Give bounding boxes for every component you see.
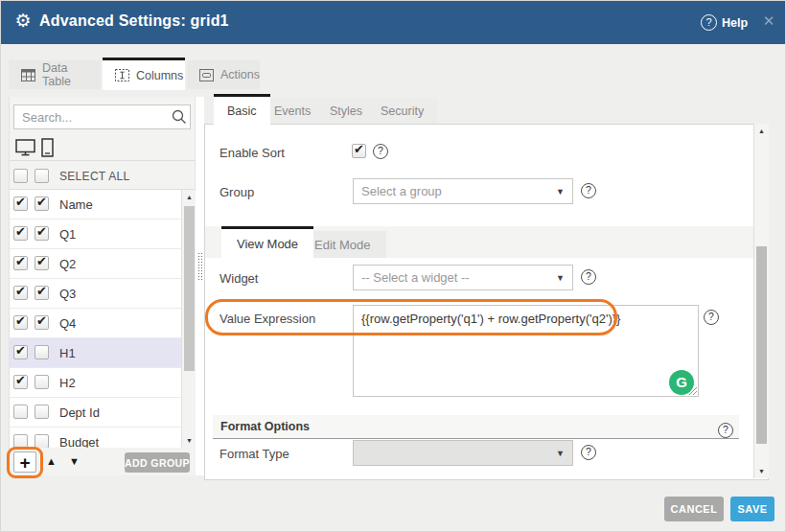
select-all-row[interactable]: SELECT ALL	[10, 162, 196, 190]
column-row-q4[interactable]: Q4	[10, 309, 196, 338]
mobile-checkbox[interactable]	[35, 345, 49, 359]
widget-select-value: -- Select a widget --	[361, 270, 470, 285]
column-label: Name	[59, 197, 93, 212]
select-all-desktop-checkbox[interactable]	[13, 169, 28, 183]
scroll-down-icon[interactable]	[182, 437, 196, 444]
group-help-icon[interactable]	[581, 183, 596, 198]
column-label: Q2	[59, 257, 76, 271]
desktop-checkbox[interactable]	[13, 434, 28, 448]
sidebar-scrollbar[interactable]	[181, 190, 196, 448]
help-label: Help	[722, 16, 748, 30]
group-select[interactable]: Select a group	[353, 178, 573, 204]
tab-actions[interactable]: Actions	[187, 60, 260, 89]
select-all-mobile-checkbox[interactable]	[35, 169, 49, 183]
desktop-checkbox[interactable]	[13, 345, 28, 359]
column-row-dept-id[interactable]: Dept Id	[10, 398, 196, 428]
scroll-down-icon[interactable]	[754, 468, 769, 474]
format-type-select[interactable]	[353, 440, 573, 466]
search-input[interactable]	[13, 104, 191, 129]
widget-select[interactable]: -- Select a widget --	[353, 265, 573, 290]
column-label: Q3	[59, 287, 76, 301]
move-up-button[interactable]	[46, 455, 57, 467]
tab-label: Edit Mode	[314, 238, 371, 252]
panel-splitter[interactable]	[196, 97, 204, 475]
tab-label: Security	[381, 104, 424, 118]
widget-help-icon[interactable]	[581, 269, 596, 285]
column-label: Dept Id	[59, 405, 100, 420]
tab-basic[interactable]: Basic	[214, 94, 270, 125]
panel-scrollbar[interactable]	[753, 124, 769, 478]
column-row-q2[interactable]: Q2	[10, 249, 196, 279]
value-expression-label: Value Expression	[220, 312, 315, 326]
advanced-settings-dialog: Advanced Settings: grid1 Help Data Table…	[0, 0, 786, 532]
mobile-checkbox[interactable]	[35, 375, 49, 389]
mobile-checkbox[interactable]	[35, 315, 49, 330]
save-button[interactable]: SAVE	[730, 497, 774, 521]
tab-events[interactable]: Events	[261, 98, 324, 124]
desktop-icon[interactable]	[15, 139, 35, 156]
tab-columns[interactable]: Columns	[103, 58, 185, 90]
widget-label: Widget	[220, 271, 258, 286]
table-icon	[21, 69, 35, 81]
mobile-checkbox[interactable]	[35, 286, 49, 300]
desktop-checkbox[interactable]	[13, 315, 28, 330]
grammarly-icon[interactable]	[669, 370, 694, 395]
move-down-button[interactable]	[69, 455, 80, 467]
mobile-checkbox[interactable]	[35, 405, 49, 419]
enable-sort-checkbox[interactable]	[352, 144, 366, 158]
sidebar-footer: ADD GROUP	[10, 448, 196, 475]
scroll-up-icon[interactable]	[182, 194, 196, 200]
scroll-up-icon[interactable]	[754, 127, 769, 134]
chevron-down-icon	[556, 449, 565, 458]
columns-icon	[115, 69, 129, 81]
scrollbar-thumb[interactable]	[184, 206, 195, 371]
drag-grip-icon	[197, 252, 203, 281]
column-list: NameQ1Q2Q3Q4H1H2Dept IdBudget	[10, 190, 196, 448]
column-label: H1	[59, 346, 76, 360]
actions-icon	[199, 69, 214, 81]
chevron-down-icon	[556, 187, 565, 197]
column-row-name[interactable]: Name	[10, 190, 196, 220]
column-label: Q1	[59, 227, 76, 242]
add-group-button[interactable]: ADD GROUP	[125, 452, 190, 473]
desktop-checkbox[interactable]	[13, 197, 28, 211]
desktop-checkbox[interactable]	[13, 286, 28, 300]
tab-security[interactable]: Security	[367, 98, 437, 124]
enable-sort-label: Enable Sort	[220, 146, 285, 160]
mobile-checkbox[interactable]	[35, 256, 49, 270]
search-icon[interactable]	[171, 108, 188, 126]
format-options-title: Format Options	[220, 420, 310, 433]
column-row-h2[interactable]: H2	[10, 368, 196, 398]
dialog-titlebar: Advanced Settings: grid1 Help	[1, 1, 786, 44]
scrollbar-thumb[interactable]	[756, 246, 767, 444]
column-row-h1[interactable]: H1	[10, 338, 196, 368]
mobile-checkbox[interactable]	[35, 434, 49, 448]
help-button[interactable]: Help	[701, 13, 748, 33]
gear-icon	[12, 11, 34, 32]
desktop-checkbox[interactable]	[13, 256, 28, 270]
column-row-q1[interactable]: Q1	[10, 220, 196, 249]
tab-label: Events	[274, 104, 311, 118]
tab-view-mode[interactable]: View Mode	[221, 226, 313, 259]
tab-label: View Mode	[237, 237, 298, 251]
column-row-q3[interactable]: Q3	[10, 279, 196, 309]
tab-label: Basic	[227, 104, 257, 118]
mobile-icon[interactable]	[41, 138, 54, 157]
add-column-button[interactable]	[13, 451, 36, 473]
format-type-help-icon[interactable]	[581, 445, 596, 460]
tab-data-table[interactable]: Data Table	[9, 60, 101, 89]
cancel-button[interactable]: CANCEL	[664, 497, 724, 521]
desktop-checkbox[interactable]	[13, 405, 28, 419]
desktop-checkbox[interactable]	[13, 375, 28, 389]
desktop-checkbox[interactable]	[13, 226, 28, 241]
format-options-help-icon[interactable]	[718, 423, 733, 438]
mobile-checkbox[interactable]	[35, 226, 49, 241]
column-row-budget[interactable]: Budget	[10, 428, 196, 448]
enable-sort-help-icon[interactable]	[373, 144, 388, 159]
value-expression-input[interactable]: {{row.getProperty('q1') + row.getPropert…	[353, 305, 699, 397]
device-toggle-row	[10, 135, 196, 161]
group-label: Group	[220, 185, 254, 199]
value-expression-help-icon[interactable]	[704, 310, 719, 325]
close-icon[interactable]	[760, 12, 777, 30]
mobile-checkbox[interactable]	[35, 197, 49, 211]
